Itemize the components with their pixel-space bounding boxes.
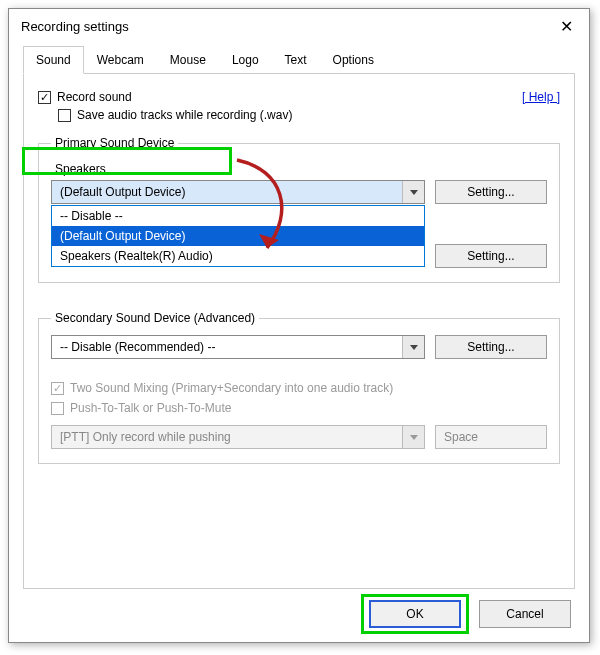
ptt-config-row: [PTT] Only record while pushing Space: [51, 425, 547, 449]
secondary-setting-button[interactable]: Setting...: [435, 335, 547, 359]
two-sound-row: Two Sound Mixing (Primary+Secondary into…: [51, 381, 547, 395]
tab-logo[interactable]: Logo: [219, 46, 272, 73]
ptt-checkbox: [51, 402, 64, 415]
speakers-dropdown: -- Disable -- (Default Output Device) Sp…: [51, 205, 425, 267]
sound-pane: Record sound [ Help ] Save audio tracks …: [23, 74, 575, 589]
button-bar: OK Cancel: [369, 600, 571, 628]
save-audio-label: Save audio tracks while recording (.wav): [77, 108, 292, 122]
tab-sound[interactable]: Sound: [23, 46, 84, 74]
ptt-mode-value: [PTT] Only record while pushing: [52, 430, 402, 444]
secondary-combo-value: -- Disable (Recommended) --: [52, 340, 402, 354]
secondary-device-legend: Secondary Sound Device (Advanced): [51, 311, 259, 325]
chevron-down-icon[interactable]: [402, 336, 424, 358]
secondary-device-group: Secondary Sound Device (Advanced) -- Dis…: [38, 311, 560, 464]
secondary-row: -- Disable (Recommended) -- Setting...: [51, 335, 547, 359]
speakers-combo-value: (Default Output Device): [52, 185, 402, 199]
close-icon[interactable]: ✕: [556, 17, 577, 36]
save-audio-checkbox[interactable]: [58, 109, 71, 122]
ptt-row: Push-To-Talk or Push-To-Mute: [51, 401, 547, 415]
dropdown-item-disable[interactable]: -- Disable --: [52, 206, 424, 226]
two-sound-checkbox: [51, 382, 64, 395]
help-link[interactable]: [ Help ]: [522, 90, 560, 104]
primary-setting-button-2[interactable]: Setting...: [435, 244, 547, 268]
ptt-label: Push-To-Talk or Push-To-Mute: [70, 401, 231, 415]
speakers-setting-button[interactable]: Setting...: [435, 180, 547, 204]
speakers-row: (Default Output Device) -- Disable -- (D…: [51, 180, 547, 204]
record-sound-label: Record sound: [57, 90, 132, 104]
two-sound-label: Two Sound Mixing (Primary+Secondary into…: [70, 381, 393, 395]
recording-settings-window: Recording settings ✕ Sound Webcam Mouse …: [8, 8, 590, 643]
dropdown-item-default-output[interactable]: (Default Output Device): [52, 226, 424, 246]
ptt-mode-combo: [PTT] Only record while pushing: [51, 425, 425, 449]
save-audio-row: Save audio tracks while recording (.wav): [58, 108, 560, 122]
primary-device-legend: Primary Sound Device: [51, 136, 178, 150]
chevron-down-icon[interactable]: [402, 181, 424, 203]
record-sound-checkbox[interactable]: [38, 91, 51, 104]
titlebar: Recording settings ✕: [9, 9, 589, 46]
chevron-down-icon: [402, 426, 424, 448]
dropdown-item-realtek[interactable]: Speakers (Realtek(R) Audio): [52, 246, 424, 266]
ptt-key-field: Space: [435, 425, 547, 449]
tab-mouse[interactable]: Mouse: [157, 46, 219, 73]
speakers-label: Speakers: [55, 162, 547, 176]
secondary-combo[interactable]: -- Disable (Recommended) --: [51, 335, 425, 359]
primary-device-group: Primary Sound Device Speakers (Default O…: [38, 136, 560, 283]
speakers-combo[interactable]: (Default Output Device) -- Disable -- (D…: [51, 180, 425, 204]
ok-button[interactable]: OK: [369, 600, 461, 628]
tab-options[interactable]: Options: [320, 46, 387, 73]
cancel-button[interactable]: Cancel: [479, 600, 571, 628]
tabs-row: Sound Webcam Mouse Logo Text Options: [23, 46, 575, 74]
tab-text[interactable]: Text: [272, 46, 320, 73]
tab-webcam[interactable]: Webcam: [84, 46, 157, 73]
window-title: Recording settings: [21, 19, 129, 34]
record-sound-row: Record sound [ Help ]: [38, 90, 560, 104]
